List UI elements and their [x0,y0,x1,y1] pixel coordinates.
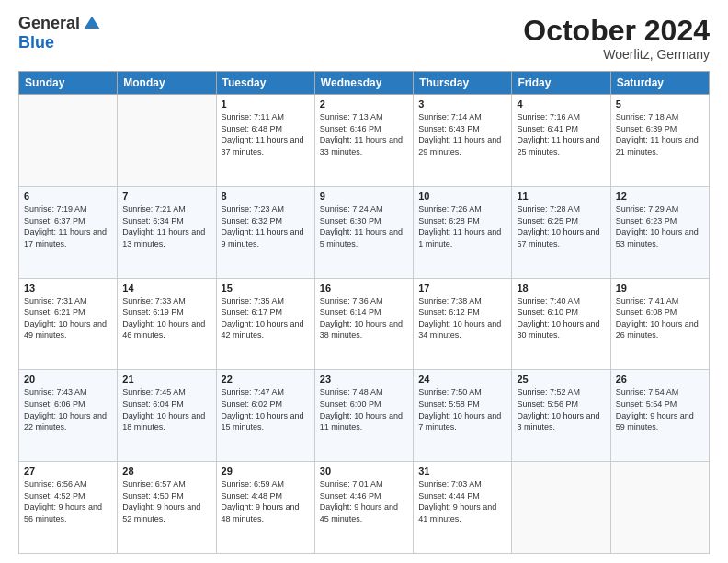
day-info: Sunrise: 6:59 AM Sunset: 4:48 PM Dayligh… [222,478,310,524]
day-number: 7 [122,190,210,201]
weekday-header-cell: Wednesday [314,72,413,95]
calendar-day-cell: 12Sunrise: 7:29 AM Sunset: 6:23 PM Dayli… [610,186,709,278]
day-number: 10 [418,190,506,201]
day-info: Sunrise: 7:24 AM Sunset: 6:30 PM Dayligh… [320,203,408,249]
day-info: Sunrise: 7:31 AM Sunset: 6:21 PM Dayligh… [24,295,112,341]
day-number: 31 [418,465,506,477]
day-number: 2 [320,98,408,109]
day-number: 8 [222,190,310,201]
calendar-day-cell: 21Sunrise: 7:45 AM Sunset: 6:04 PM Dayli… [118,370,216,462]
calendar-day-cell [610,462,709,554]
day-info: Sunrise: 7:23 AM Sunset: 6:32 PM Dayligh… [222,203,310,249]
day-info: Sunrise: 7:50 AM Sunset: 5:58 PM Dayligh… [418,386,506,432]
calendar-day-cell: 15Sunrise: 7:35 AM Sunset: 6:17 PM Dayli… [216,278,314,370]
day-number: 27 [24,465,112,477]
day-info: Sunrise: 7:03 AM Sunset: 4:44 PM Dayligh… [418,478,506,524]
calendar-day-cell: 8Sunrise: 7:23 AM Sunset: 6:32 PM Daylig… [216,186,314,278]
day-info: Sunrise: 7:48 AM Sunset: 6:00 PM Dayligh… [320,386,408,432]
day-number: 5 [616,98,704,109]
header: General Blue October 2024 Woerlitz, Germ… [18,15,710,62]
day-info: Sunrise: 7:36 AM Sunset: 6:14 PM Dayligh… [320,295,408,341]
day-number: 21 [122,373,210,385]
day-info: Sunrise: 7:33 AM Sunset: 6:19 PM Dayligh… [122,295,210,341]
day-number: 30 [320,465,408,477]
day-number: 20 [24,373,112,385]
day-info: Sunrise: 7:19 AM Sunset: 6:37 PM Dayligh… [24,203,112,249]
day-info: Sunrise: 7:21 AM Sunset: 6:34 PM Dayligh… [122,203,210,249]
logo: General Blue [18,15,101,52]
calendar-day-cell: 11Sunrise: 7:28 AM Sunset: 6:25 PM Dayli… [512,186,610,278]
calendar-week-row: 13Sunrise: 7:31 AM Sunset: 6:21 PM Dayli… [19,278,710,370]
day-number: 26 [616,373,704,385]
weekday-header-row: SundayMondayTuesdayWednesdayThursdayFrid… [19,72,710,95]
month-title: October 2024 [523,15,710,47]
day-number: 3 [418,98,506,109]
day-info: Sunrise: 7:54 AM Sunset: 5:54 PM Dayligh… [616,386,704,432]
calendar-day-cell: 1Sunrise: 7:11 AM Sunset: 6:48 PM Daylig… [216,95,314,187]
day-info: Sunrise: 7:11 AM Sunset: 6:48 PM Dayligh… [222,111,310,157]
calendar-day-cell: 19Sunrise: 7:41 AM Sunset: 6:08 PM Dayli… [610,278,709,370]
day-info: Sunrise: 7:14 AM Sunset: 6:43 PM Dayligh… [418,111,506,157]
day-number: 15 [222,282,310,293]
day-number: 17 [418,282,506,293]
title-block: October 2024 Woerlitz, Germany [523,15,710,62]
calendar-day-cell: 6Sunrise: 7:19 AM Sunset: 6:37 PM Daylig… [19,186,118,278]
day-number: 23 [320,373,408,385]
day-info: Sunrise: 6:56 AM Sunset: 4:52 PM Dayligh… [24,478,112,524]
calendar-day-cell: 26Sunrise: 7:54 AM Sunset: 5:54 PM Dayli… [610,370,709,462]
day-number: 13 [24,282,112,293]
calendar-day-cell: 9Sunrise: 7:24 AM Sunset: 6:30 PM Daylig… [314,186,413,278]
weekday-header-cell: Monday [118,72,216,95]
day-number: 9 [320,190,408,201]
day-info: Sunrise: 7:01 AM Sunset: 4:46 PM Dayligh… [320,478,408,524]
calendar-day-cell: 20Sunrise: 7:43 AM Sunset: 6:06 PM Dayli… [19,370,118,462]
calendar-day-cell [118,95,216,187]
logo-general: General [18,15,101,33]
calendar-week-row: 6Sunrise: 7:19 AM Sunset: 6:37 PM Daylig… [19,186,710,278]
day-info: Sunrise: 7:47 AM Sunset: 6:02 PM Dayligh… [222,386,310,432]
calendar-week-row: 20Sunrise: 7:43 AM Sunset: 6:06 PM Dayli… [19,370,710,462]
calendar-week-row: 27Sunrise: 6:56 AM Sunset: 4:52 PM Dayli… [19,462,710,554]
calendar-day-cell: 4Sunrise: 7:16 AM Sunset: 6:41 PM Daylig… [512,95,610,187]
day-info: Sunrise: 7:45 AM Sunset: 6:04 PM Dayligh… [122,386,210,432]
calendar-day-cell: 17Sunrise: 7:38 AM Sunset: 6:12 PM Dayli… [414,278,512,370]
day-number: 24 [418,373,506,385]
day-info: Sunrise: 7:43 AM Sunset: 6:06 PM Dayligh… [24,386,112,432]
day-number: 16 [320,282,408,293]
calendar-day-cell: 27Sunrise: 6:56 AM Sunset: 4:52 PM Dayli… [19,462,118,554]
svg-marker-0 [85,17,100,29]
calendar-day-cell: 16Sunrise: 7:36 AM Sunset: 6:14 PM Dayli… [314,278,413,370]
day-info: Sunrise: 7:16 AM Sunset: 6:41 PM Dayligh… [517,111,605,157]
day-info: Sunrise: 7:29 AM Sunset: 6:23 PM Dayligh… [616,203,704,249]
day-info: Sunrise: 7:40 AM Sunset: 6:10 PM Dayligh… [517,295,605,341]
day-info: Sunrise: 7:26 AM Sunset: 6:28 PM Dayligh… [418,203,506,249]
day-number: 4 [517,98,605,109]
calendar-day-cell: 28Sunrise: 6:57 AM Sunset: 4:50 PM Dayli… [118,462,216,554]
calendar-day-cell: 31Sunrise: 7:03 AM Sunset: 4:44 PM Dayli… [414,462,512,554]
calendar-day-cell: 14Sunrise: 7:33 AM Sunset: 6:19 PM Dayli… [118,278,216,370]
weekday-header-cell: Thursday [414,72,512,95]
day-number: 1 [222,98,310,109]
day-info: Sunrise: 7:41 AM Sunset: 6:08 PM Dayligh… [616,295,704,341]
day-number: 29 [222,465,310,477]
logo-blue-text: Blue [18,33,101,52]
calendar-day-cell: 22Sunrise: 7:47 AM Sunset: 6:02 PM Dayli… [216,370,314,462]
calendar-body: 1Sunrise: 7:11 AM Sunset: 6:48 PM Daylig… [19,95,710,554]
calendar-day-cell [19,95,118,187]
calendar-week-row: 1Sunrise: 7:11 AM Sunset: 6:48 PM Daylig… [19,95,710,187]
day-info: Sunrise: 7:28 AM Sunset: 6:25 PM Dayligh… [517,203,605,249]
page: General Blue October 2024 Woerlitz, Germ… [0,0,728,563]
calendar-day-cell [512,462,610,554]
day-info: Sunrise: 6:57 AM Sunset: 4:50 PM Dayligh… [122,478,210,524]
calendar-day-cell: 2Sunrise: 7:13 AM Sunset: 6:46 PM Daylig… [314,95,413,187]
calendar-day-cell: 25Sunrise: 7:52 AM Sunset: 5:56 PM Dayli… [512,370,610,462]
calendar-day-cell: 24Sunrise: 7:50 AM Sunset: 5:58 PM Dayli… [414,370,512,462]
day-info: Sunrise: 7:18 AM Sunset: 6:39 PM Dayligh… [616,111,704,157]
calendar-day-cell: 30Sunrise: 7:01 AM Sunset: 4:46 PM Dayli… [314,462,413,554]
weekday-header-cell: Friday [512,72,610,95]
calendar-day-cell: 10Sunrise: 7:26 AM Sunset: 6:28 PM Dayli… [414,186,512,278]
day-number: 14 [122,282,210,293]
calendar-day-cell: 7Sunrise: 7:21 AM Sunset: 6:34 PM Daylig… [118,186,216,278]
day-info: Sunrise: 7:38 AM Sunset: 6:12 PM Dayligh… [418,295,506,341]
calendar-day-cell: 3Sunrise: 7:14 AM Sunset: 6:43 PM Daylig… [414,95,512,187]
